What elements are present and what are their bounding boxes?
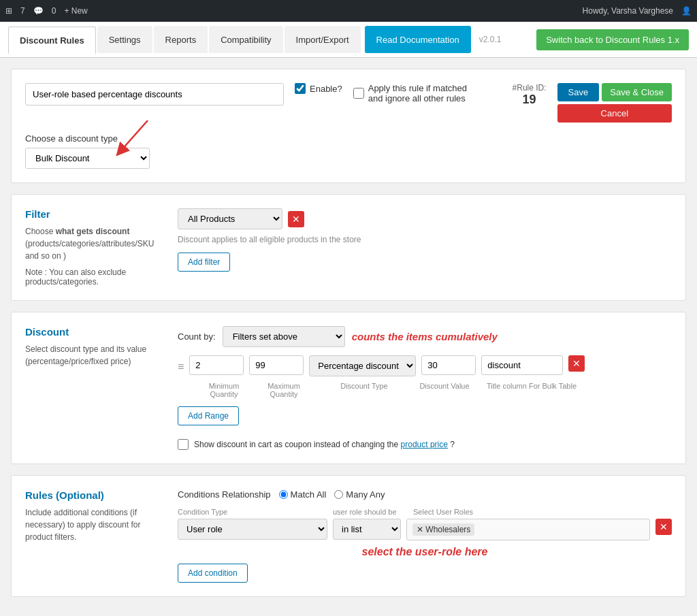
many-any-radio-label[interactable]: Many Any — [334, 489, 385, 500]
user-greeting: Howdy, Varsha Varghese — [583, 6, 673, 16]
condition-remove-button[interactable]: ✕ — [655, 519, 672, 535]
filter-card: Filter Choose what gets discount (produc… — [11, 194, 686, 301]
conditions-rel-label: Conditions Relationship — [178, 489, 271, 500]
apply-rule-label: Apply this rule if matched and ignore al… — [368, 83, 477, 103]
conditions-relationship-row: Conditions Relationship Match All Many A… — [178, 489, 672, 500]
filter-section-left: Filter Choose what gets discount (produc… — [25, 208, 161, 287]
add-condition-button[interactable]: Add condition — [178, 564, 248, 583]
plugin-nav: Discount Rules Settings Reports Compatib… — [0, 22, 697, 58]
max-qty-label: Maximum Quantity — [257, 382, 311, 398]
filter-section-desc: Choose what gets discount (products/cate… — [25, 225, 161, 262]
tab-settings[interactable]: Settings — [97, 26, 152, 53]
condition-labels-row: Condition Type user role should be Selec… — [178, 508, 672, 516]
filter-remove-button[interactable]: ✕ — [288, 211, 304, 227]
condition-operator-select[interactable]: in list not in list — [333, 519, 401, 540]
enable-section: Enable? — [295, 83, 342, 94]
new-label[interactable]: + New — [64, 6, 87, 16]
condition-operator-label: user role should be — [333, 508, 408, 516]
discount-card: Discount Select discount type and its va… — [11, 312, 686, 464]
wholesalers-tag: ✕ Wholesalers — [412, 523, 474, 536]
discount-value-input[interactable] — [421, 355, 476, 375]
discount-section-layout: Discount Select discount type and its va… — [25, 326, 672, 450]
count-by-label: Count by: — [178, 331, 216, 342]
enable-label: Enable? — [310, 84, 342, 94]
range-row: ≡ Percentage discount Fixed price Fixed … — [178, 355, 672, 376]
filter-section-note: Note : You can also exclude products/cat… — [25, 268, 161, 287]
rule-name-input[interactable] — [25, 83, 284, 106]
discount-section-right: Count by: Filters set above Cart quantit… — [178, 326, 672, 450]
filter-section-right: All Products Specific Products Product C… — [178, 208, 672, 287]
add-filter-button[interactable]: Add filter — [178, 253, 230, 272]
admin-bar: ⊞ 7 💬 0 + New Howdy, Varsha Varghese 👤 — [0, 0, 697, 22]
red-arrow-svg — [107, 117, 161, 158]
apply-rule-checkbox[interactable] — [353, 88, 364, 99]
rules-section-title: Rules (Optional) — [25, 489, 161, 501]
switch-back-button[interactable]: Switch back to Discount Rules 1.x — [536, 29, 689, 50]
coupon-link[interactable]: product price — [401, 440, 448, 449]
cancel-button[interactable]: Cancel — [557, 104, 672, 123]
discount-value-label: Discount Value — [417, 382, 472, 398]
version-label: v2.0.1 — [479, 35, 502, 44]
rule-id-label: #Rule ID: — [513, 83, 547, 93]
filter-section-title: Filter — [25, 208, 161, 220]
condition-type-select[interactable]: User role Product category Cart subtotal… — [178, 519, 327, 540]
tab-discount-rules[interactable]: Discount Rules — [8, 27, 96, 54]
title-column-input[interactable] — [481, 355, 563, 375]
discount-section-title: Discount — [25, 326, 161, 338]
max-quantity-input[interactable] — [249, 355, 304, 375]
many-any-radio[interactable] — [334, 490, 343, 499]
title-column-label: Title column For Bulk Table — [477, 382, 586, 398]
icon-count: 7 — [20, 6, 25, 16]
coupon-checkbox[interactable] — [178, 439, 189, 450]
min-qty-label: Minimum Quantity — [197, 382, 251, 398]
discount-type-select[interactable]: Percentage discount Fixed price Fixed di… — [309, 355, 416, 376]
discount-type-label: Discount Type — [317, 382, 412, 398]
discount-section-desc: Select discount type and its value (perc… — [25, 343, 161, 368]
apply-rule-section: Apply this rule if matched and ignore al… — [353, 83, 477, 103]
rules-section-right: Conditions Relationship Match All Many A… — [178, 489, 672, 583]
rules-section-desc: Include additional conditions (if necess… — [25, 506, 161, 543]
coupon-label: Show discount in cart as coupon instead … — [194, 440, 455, 449]
match-all-radio[interactable] — [279, 490, 288, 499]
coupon-row: Show discount in cart as coupon instead … — [178, 439, 672, 450]
count-by-select[interactable]: Filters set above Cart quantity Line ite… — [223, 326, 345, 347]
select-user-roles-label: Select User Roles — [413, 508, 473, 516]
range-remove-button[interactable]: ✕ — [568, 355, 585, 372]
wp-icon: ⊞ — [5, 6, 12, 16]
rules-section-left: Rules (Optional) Include additional cond… — [25, 489, 161, 583]
rule-name-card: Enable? Apply this rule if matched and i… — [11, 69, 686, 183]
filter-type-select[interactable]: All Products Specific Products Product C… — [178, 208, 282, 229]
enable-checkbox[interactable] — [295, 83, 306, 94]
user-avatar: 👤 — [681, 6, 692, 16]
rule-id-section: #Rule ID: 19 — [513, 83, 547, 107]
drag-handle-icon[interactable]: ≡ — [178, 355, 184, 373]
user-role-annotation: select the user-role here — [178, 546, 672, 558]
arrow-annotation: Bulk Discount Percentage Discount Fixed … — [25, 148, 150, 169]
range-labels: Minimum Quantity Maximum Quantity Discou… — [197, 382, 672, 398]
rules-card: Rules (Optional) Include additional cond… — [11, 475, 686, 597]
condition-type-label: Condition Type — [178, 508, 327, 516]
save-button[interactable]: Save — [557, 83, 600, 101]
min-quantity-input[interactable] — [189, 355, 244, 375]
tab-read-documentation[interactable]: Read Documentation — [365, 26, 471, 53]
match-all-radio-label[interactable]: Match All — [279, 489, 327, 500]
tab-import-export[interactable]: Import/Export — [285, 26, 361, 53]
condition-row: User role Product category Cart subtotal… — [178, 519, 672, 540]
count-by-row: Count by: Filters set above Cart quantit… — [178, 326, 672, 347]
save-close-button[interactable]: Save & Close — [602, 83, 672, 101]
rule-id-value: 19 — [513, 93, 547, 107]
discount-type-section: Choose a discount type Bulk Discount Per… — [25, 133, 672, 169]
comment-count: 0 — [52, 6, 56, 16]
rules-section-layout: Rules (Optional) Include additional cond… — [25, 489, 672, 583]
main-content: Enable? Apply this rule if matched and i… — [0, 58, 697, 616]
action-buttons: Save Save & Close Cancel — [557, 83, 672, 123]
discount-section-left: Discount Select discount type and its va… — [25, 326, 161, 450]
add-range-button[interactable]: Add Range — [178, 406, 239, 425]
filter-note: Discount applies to all eligible product… — [178, 235, 672, 244]
filter-row: All Products Specific Products Product C… — [178, 208, 672, 229]
user-roles-input[interactable]: ✕ Wholesalers — [406, 519, 650, 540]
count-by-annotation: counts the items cumulatively — [352, 331, 498, 342]
match-all-label: Match All — [291, 489, 327, 500]
tab-compatibility[interactable]: Compatibility — [209, 26, 282, 53]
tab-reports[interactable]: Reports — [154, 26, 208, 53]
